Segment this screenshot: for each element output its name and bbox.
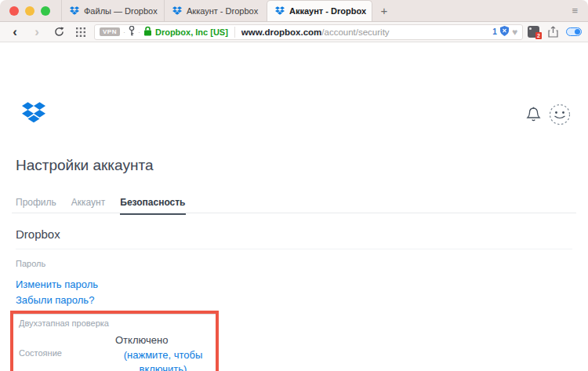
adblock-extension-icon[interactable]: 2 — [528, 26, 539, 38]
state-label: Состояние — [19, 348, 62, 358]
tabbar-spacer — [396, 0, 562, 21]
protection-shield-icon[interactable] — [500, 25, 509, 39]
password-label: Пароль — [16, 259, 45, 268]
minimize-window-button[interactable] — [25, 6, 34, 16]
url-path: /account/security — [321, 27, 389, 37]
site-identity-label[interactable]: Dropbox, Inc [US] — [155, 27, 228, 37]
forward-button[interactable]: › — [28, 24, 45, 40]
navigation-toolbar: ‹ › VPN · · Dropbox, Inc [US] www.dropbo… — [0, 22, 588, 42]
enable-two-step-link[interactable]: (нажмите, чтобы включить) — [112, 348, 214, 371]
separator-dot: · — [138, 28, 140, 36]
shield-counter: 1 — [492, 27, 497, 36]
traffic-lights — [0, 0, 61, 21]
separator-dot: · — [123, 28, 125, 36]
vpn-badge: VPN — [100, 27, 120, 36]
url-text[interactable]: www.dropbox.com/account/security — [241, 27, 390, 37]
toggle-knob — [575, 29, 580, 35]
key-icon[interactable] — [129, 25, 135, 39]
browser-window: Файлы — Dropbox Аккаунт - Dropbox Аккаун… — [0, 0, 588, 371]
sidebar-toggle-icon[interactable] — [566, 27, 582, 36]
two-step-highlight-box: Двухэтапная проверка Состояние Отключено… — [10, 311, 219, 371]
url-domain: www.dropbox.com — [241, 27, 321, 37]
extension-dot — [529, 27, 532, 30]
pocket-heart-icon[interactable]: ♥ — [512, 27, 517, 38]
share-icon[interactable] — [544, 26, 561, 38]
two-step-label: Двухэтапная проверка — [19, 318, 109, 328]
new-tab-button[interactable]: + — [372, 0, 396, 21]
tab-title: Аккаунт - Dropbox — [187, 6, 258, 16]
password-row-divider — [16, 249, 572, 249]
forgot-password-link[interactable]: Забыли пароль? — [16, 294, 94, 306]
dropbox-security-page: Настройки аккаунта Профиль Аккаунт Безоп… — [0, 42, 588, 370]
two-step-row: Двухэтапная проверка Состояние Отключено… — [13, 314, 216, 371]
urlbar-separator — [234, 27, 235, 38]
dropbox-favicon-icon — [172, 6, 182, 16]
dropbox-logo-icon[interactable] — [22, 102, 45, 128]
url-bar[interactable]: VPN · · Dropbox, Inc [US] www.dropbox.co… — [94, 24, 523, 40]
tabs-divider — [12, 213, 576, 213]
tab-title: Аккаунт - Dropbox — [289, 6, 366, 16]
grid-icon[interactable] — [72, 27, 89, 37]
page-title: Настройки аккаунта — [16, 157, 153, 174]
dropbox-favicon-icon — [275, 6, 285, 16]
enable-link-line2: включить) — [112, 362, 214, 371]
ssl-lock-icon[interactable] — [143, 25, 152, 39]
zoom-window-button[interactable] — [41, 6, 50, 16]
dropbox-favicon-icon — [70, 6, 79, 16]
reload-icon[interactable] — [50, 27, 67, 37]
notifications-bell-icon[interactable] — [526, 107, 541, 125]
extension-badge-count: 2 — [535, 32, 542, 39]
change-password-link[interactable]: Изменить пароль — [16, 278, 98, 290]
tab-account-dropbox-active[interactable]: Аккаунт - Dropbox — [267, 0, 372, 21]
list-all-tabs-icon[interactable]: ≡ — [562, 0, 588, 21]
tab-account-dropbox-1[interactable]: Аккаунт - Dropbox — [164, 0, 267, 21]
dropbox-section-heading: Dropbox — [16, 227, 60, 241]
account-avatar[interactable] — [549, 104, 571, 129]
close-window-button[interactable] — [9, 6, 19, 16]
tab-bar: Файлы — Dropbox Аккаунт - Dropbox Аккаун… — [0, 0, 588, 22]
enable-link-line1: (нажмите, чтобы — [112, 348, 214, 362]
status-value: Отключено — [115, 334, 168, 346]
tab-title: Файлы — Dropbox — [84, 6, 158, 16]
tab-files-dropbox[interactable]: Файлы — Dropbox — [61, 0, 164, 21]
back-button[interactable]: ‹ — [6, 24, 24, 40]
